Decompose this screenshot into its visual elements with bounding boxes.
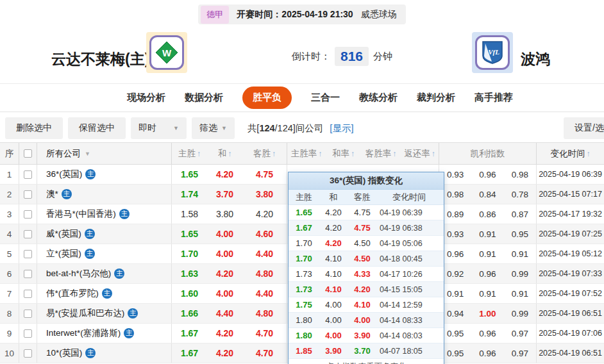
company-cell[interactable]: bet-at-h*(马尔他)主 — [37, 264, 172, 283]
odds-home[interactable]: 1.67 — [172, 348, 207, 358]
header-home-odds[interactable]: 主胜↑ — [172, 148, 207, 160]
header-draw-rate[interactable]: 和率↑ — [326, 148, 361, 160]
company-cell[interactable]: 10*(英国)主 — [37, 343, 172, 363]
header-away-odds[interactable]: 客胜↑ — [242, 143, 287, 164]
odds-draw[interactable]: 4.20 — [207, 269, 242, 279]
odds-draw[interactable]: 4.00 — [207, 288, 242, 299]
odds-home[interactable]: 1.66 — [172, 308, 207, 318]
header-away-rate[interactable]: 客胜率↑ — [361, 148, 401, 160]
popup-odds-home[interactable]: 1.73 — [289, 269, 319, 279]
odds-draw[interactable]: 4.20 — [207, 348, 242, 358]
company-cell[interactable]: 易*(安提瓜和巴布达)主 — [37, 304, 172, 323]
company-cell[interactable]: 澳*主 — [37, 185, 172, 204]
popup-odds-home[interactable]: 1.75 — [289, 300, 319, 310]
company-cell[interactable]: 威*(英国)主 — [37, 224, 172, 244]
popup-odds-home[interactable]: 1.80 — [289, 331, 319, 340]
popup-odds-away[interactable]: 4.50 — [348, 238, 377, 248]
odds-draw[interactable]: 3.80 — [207, 209, 242, 219]
popup-odds-home[interactable]: 1.80 — [289, 315, 319, 325]
odds-draw[interactable]: 4.40 — [207, 308, 242, 318]
company-cell[interactable]: 36*(英国)主 — [37, 165, 172, 184]
odds-mode-select[interactable]: 即时 ▼ — [131, 117, 187, 139]
show-link[interactable]: [显示] — [330, 123, 353, 133]
odds-draw[interactable]: 4.00 — [207, 249, 242, 259]
popup-odds-away[interactable]: 4.00 — [348, 315, 377, 325]
row-checkbox[interactable] — [24, 210, 32, 219]
header-change-time[interactable]: 变化时间↑ — [537, 148, 604, 160]
odds-away[interactable]: 4.20 — [242, 204, 287, 224]
tab-expert-picks[interactable]: 高手推荐 — [474, 92, 513, 104]
row-checkbox[interactable] — [24, 230, 32, 238]
popup-odds-draw[interactable]: 4.20 — [319, 223, 348, 233]
tab-three-in-one[interactable]: 三合一 — [311, 92, 340, 104]
tab-data-analysis[interactable]: 数据分析 — [185, 92, 223, 104]
popup-odds-away[interactable]: 3.70 — [348, 346, 377, 356]
row-checkbox[interactable] — [24, 310, 32, 318]
popup-odds-draw[interactable]: 4.10 — [319, 285, 348, 294]
odds-away[interactable]: 4.40 — [242, 244, 287, 263]
odds-away[interactable]: 4.70 — [242, 343, 287, 363]
odds-home[interactable]: 1.74 — [172, 189, 207, 199]
odds-home[interactable]: 1.67 — [172, 328, 207, 338]
odds-home[interactable]: 1.65 — [172, 229, 207, 239]
odds-away[interactable]: 4.40 — [242, 284, 287, 303]
odds-draw[interactable]: 3.70 — [207, 189, 242, 199]
popup-odds-home[interactable]: 1.67 — [289, 223, 319, 233]
popup-odds-home[interactable]: 1.73 — [289, 285, 319, 294]
odds-away[interactable]: 4.75 — [242, 165, 287, 184]
delete-selected-button[interactable]: 删除选中 — [5, 117, 63, 139]
filter-select[interactable]: 筛选 ▼ — [192, 117, 235, 139]
header-home-rate[interactable]: 主胜率↑ — [287, 148, 326, 160]
odds-draw[interactable]: 4.20 — [207, 328, 242, 338]
popup-odds-away[interactable]: 3.90 — [348, 331, 377, 340]
popup-odds-away[interactable]: 4.75 — [348, 208, 377, 217]
odds-home[interactable]: 1.70 — [172, 249, 207, 259]
company-cell[interactable]: 伟*(直布罗陀)主 — [37, 284, 172, 303]
popup-odds-draw[interactable]: 4.00 — [319, 315, 348, 325]
odds-home[interactable]: 1.65 — [172, 169, 207, 179]
select-all-checkbox[interactable] — [24, 149, 32, 158]
odds-away[interactable]: 3.80 — [242, 185, 287, 204]
popup-odds-draw[interactable]: 4.10 — [319, 254, 348, 263]
company-cell[interactable]: Interwet*(塞浦路斯)主 — [37, 324, 172, 343]
popup-odds-draw[interactable]: 4.20 — [319, 238, 348, 248]
row-checkbox[interactable] — [24, 190, 32, 199]
odds-away[interactable]: 4.60 — [242, 224, 287, 244]
header-company[interactable]: 所有公司▼ — [37, 143, 172, 164]
company-cell[interactable]: 立*(英国)主 — [37, 244, 172, 263]
popup-odds-away[interactable]: 4.33 — [348, 269, 377, 279]
row-checkbox[interactable] — [24, 290, 32, 298]
row-checkbox[interactable] — [24, 349, 32, 358]
keep-selected-button[interactable]: 保留选中 — [68, 117, 126, 139]
popup-odds-away[interactable]: 4.10 — [348, 300, 377, 310]
tab-win-draw-lose[interactable]: 胜平负 — [242, 87, 292, 109]
odds-away[interactable]: 4.70 — [242, 324, 287, 343]
popup-odds-draw[interactable]: 4.00 — [319, 300, 348, 310]
odds-away[interactable]: 4.80 — [242, 304, 287, 323]
row-checkbox[interactable] — [24, 329, 32, 338]
company-cell[interactable]: 香港马*(中国香港)主 — [37, 204, 172, 224]
popup-odds-away[interactable]: 4.75 — [348, 223, 377, 233]
popup-odds-draw[interactable]: 4.20 — [319, 208, 348, 217]
popup-odds-draw[interactable]: 3.90 — [319, 346, 348, 356]
odds-home[interactable]: 1.60 — [172, 288, 207, 299]
tab-coach-analysis[interactable]: 教练分析 — [359, 92, 398, 104]
popup-odds-away[interactable]: 4.20 — [348, 285, 377, 294]
row-checkbox[interactable] — [24, 250, 32, 258]
popup-odds-home[interactable]: 1.85 — [289, 346, 319, 356]
popup-odds-home[interactable]: 1.65 — [289, 208, 319, 217]
header-return-rate[interactable]: 返还率↑ — [401, 143, 439, 164]
odds-away[interactable]: 4.80 — [242, 264, 287, 283]
odds-home[interactable]: 1.63 — [172, 269, 207, 279]
odds-draw[interactable]: 4.00 — [207, 229, 242, 239]
popup-odds-away[interactable]: 4.50 — [348, 254, 377, 263]
odds-draw[interactable]: 4.20 — [207, 169, 242, 179]
tab-live-analysis[interactable]: 现场分析 — [127, 92, 165, 104]
popup-odds-home[interactable]: 1.70 — [289, 254, 319, 263]
popup-odds-draw[interactable]: 4.10 — [319, 269, 348, 279]
row-checkbox[interactable] — [24, 170, 32, 179]
row-checkbox[interactable] — [24, 270, 32, 278]
odds-home[interactable]: 1.58 — [172, 209, 207, 219]
settings-select-button[interactable]: 设置/选择 — [564, 117, 604, 139]
popup-odds-home[interactable]: 1.70 — [289, 238, 319, 248]
